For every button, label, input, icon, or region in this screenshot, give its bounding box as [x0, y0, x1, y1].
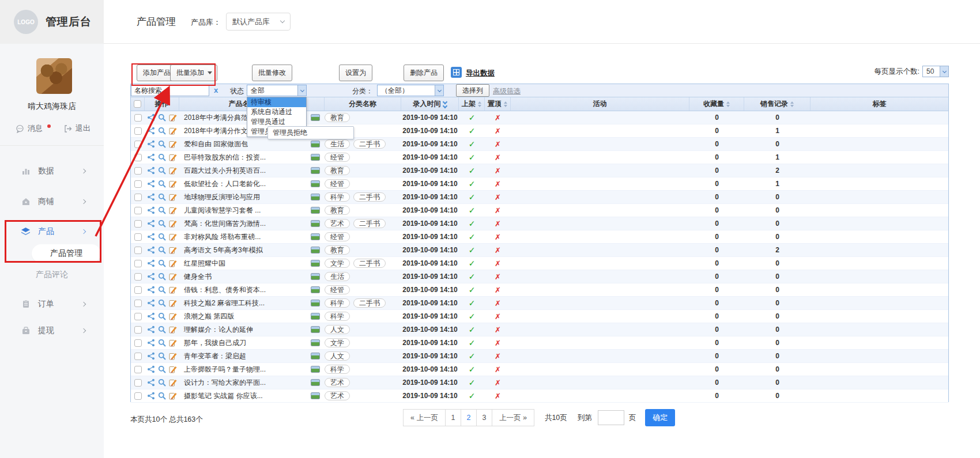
- share-icon[interactable]: [147, 153, 155, 161]
- row-checkbox[interactable]: [131, 194, 145, 201]
- product-thumbnail[interactable]: [306, 207, 325, 214]
- search-icon[interactable]: [158, 365, 166, 373]
- edit-icon[interactable]: [169, 140, 177, 148]
- status-select[interactable]: 全部: [247, 85, 307, 96]
- row-checkbox[interactable]: [131, 260, 145, 267]
- share-icon[interactable]: [147, 339, 155, 347]
- table-row[interactable]: 非对称风险 塔勒布重磅... 经管 2019-10-09 14:10 ✓ ✗ 0…: [131, 230, 948, 244]
- product-thumbnail[interactable]: [306, 220, 325, 227]
- edit-icon[interactable]: [169, 259, 177, 267]
- page-button-3[interactable]: 3: [476, 409, 492, 426]
- row-checkbox[interactable]: [131, 326, 145, 334]
- product-thumbnail[interactable]: [306, 154, 325, 161]
- table-row[interactable]: 摄影笔记 实战篇 你应该... 艺术 2019-10-09 14:10 ✓ ✗ …: [131, 389, 948, 403]
- column-header-sales[interactable]: 销售记录: [744, 97, 811, 111]
- product-name[interactable]: 儿童阅读智慧学习套餐 ...: [179, 206, 306, 215]
- row-checkbox[interactable]: [131, 127, 145, 135]
- product-name[interactable]: 那年，我拔自己成刀: [179, 338, 306, 348]
- share-icon[interactable]: [147, 180, 155, 188]
- product-name[interactable]: 借钱：利息、债务和资本...: [179, 285, 306, 295]
- column-header-image[interactable]: [306, 97, 325, 111]
- row-checkbox[interactable]: [131, 167, 145, 175]
- sidebar-subitem-product-reviews[interactable]: 产品评论: [0, 270, 104, 280]
- share-icon[interactable]: [147, 392, 155, 400]
- edit-icon[interactable]: [169, 365, 177, 373]
- messages-link[interactable]: 消息: [16, 123, 51, 134]
- edit-icon[interactable]: [169, 378, 177, 387]
- table-row[interactable]: 地球物理反演理论与应用 科学二手书 2019-10-09 14:10 ✓ ✗ 0…: [131, 191, 948, 204]
- edit-icon[interactable]: [169, 325, 177, 334]
- search-icon[interactable]: [158, 206, 166, 214]
- edit-icon[interactable]: [169, 246, 177, 254]
- row-checkbox[interactable]: [131, 247, 145, 254]
- search-icon[interactable]: [158, 113, 166, 122]
- page-button-1[interactable]: 1: [445, 409, 461, 426]
- sort-icon[interactable]: [504, 101, 507, 107]
- dropdown-option[interactable]: 管理员通过: [247, 117, 306, 127]
- share-icon[interactable]: [147, 246, 155, 254]
- edit-icon[interactable]: [169, 166, 177, 175]
- search-input[interactable]: [131, 85, 209, 96]
- table-row[interactable]: 百题大过关小升初英语百... 教育 2019-10-09 14:10 ✓ ✗ 0…: [131, 164, 948, 177]
- table-row[interactable]: 科技之巅2 麻省理工科技... 科学二手书 2019-10-09 14:10 ✓…: [131, 297, 948, 310]
- goto-page-input[interactable]: [598, 410, 624, 425]
- column-header-tags[interactable]: 标签: [811, 97, 948, 111]
- row-checkbox[interactable]: [131, 379, 145, 387]
- column-header-activity[interactable]: 活动: [511, 97, 689, 111]
- product-thumbnail[interactable]: [306, 353, 325, 359]
- product-thumbnail[interactable]: [306, 392, 325, 399]
- confirm-button[interactable]: 确定: [645, 409, 675, 426]
- prev-page-button[interactable]: « 上一页: [403, 409, 446, 426]
- product-name[interactable]: 科技之巅2 麻省理工科技...: [179, 298, 306, 308]
- product-thumbnail[interactable]: [306, 366, 325, 373]
- edit-icon[interactable]: [169, 286, 177, 294]
- sidebar-item-product[interactable]: 产品: [0, 224, 104, 240]
- search-icon[interactable]: [158, 153, 166, 161]
- search-icon[interactable]: [158, 219, 166, 228]
- product-name[interactable]: 梵高：化世间痛苦为激情...: [179, 219, 306, 229]
- table-row[interactable]: 爱和自由 回家做面包 生活二手书 2019-10-09 14:10 ✓ ✗ 0 …: [131, 138, 948, 151]
- column-header-pinned[interactable]: 置顶: [485, 97, 511, 111]
- select-all-checkbox[interactable]: [131, 97, 145, 111]
- product-thumbnail[interactable]: [306, 326, 325, 333]
- sidebar-item-data[interactable]: 数据: [0, 163, 104, 179]
- product-thumbnail[interactable]: [306, 313, 325, 320]
- table-row[interactable]: 青年变革者：梁启超 人文 2019-10-09 14:10 ✓ ✗ 0 0: [131, 350, 948, 363]
- share-icon[interactable]: [147, 352, 155, 360]
- edit-icon[interactable]: [169, 312, 177, 320]
- table-row[interactable]: 那年，我拔自己成刀 文学 2019-10-09 14:10 ✓ ✗ 0 0: [131, 336, 948, 350]
- category-select[interactable]: （全部）: [377, 85, 444, 96]
- batch-edit-button[interactable]: 批量修改: [252, 65, 292, 81]
- product-thumbnail[interactable]: [306, 167, 325, 174]
- column-header-favorites[interactable]: 收藏量: [689, 97, 744, 111]
- row-checkbox[interactable]: [131, 339, 145, 347]
- edit-icon[interactable]: [169, 113, 177, 122]
- edit-icon[interactable]: [169, 206, 177, 214]
- product-thumbnail[interactable]: [306, 260, 325, 267]
- next-page-button[interactable]: 上一页 »: [492, 409, 534, 426]
- product-name[interactable]: 地球物理反演理论与应用: [179, 192, 306, 202]
- column-header-time[interactable]: 录入时间: [401, 97, 459, 111]
- row-checkbox[interactable]: [131, 154, 145, 161]
- share-icon[interactable]: [147, 259, 155, 267]
- table-row[interactable]: 理解媒介：论人的延伸 人文 2019-10-09 14:10 ✓ ✗ 0 0: [131, 323, 948, 336]
- table-row[interactable]: 红星照耀中国 文学二手书 2019-10-09 14:10 ✓ ✗ 0 0: [131, 257, 948, 270]
- product-name[interactable]: 健身全书: [179, 272, 306, 282]
- share-icon[interactable]: [147, 312, 155, 320]
- product-name[interactable]: 理解媒介：论人的延伸: [179, 325, 306, 335]
- sidebar-item-withdraw[interactable]: 提现: [0, 323, 104, 339]
- table-row[interactable]: 浪潮之巅 第四版 科学 2019-10-09 14:10 ✓ ✗ 0 0: [131, 310, 948, 323]
- share-icon[interactable]: [147, 299, 155, 307]
- row-checkbox[interactable]: [131, 300, 145, 307]
- share-icon[interactable]: [147, 140, 155, 148]
- table-row[interactable]: 健身全书 生活 2019-10-09 14:10 ✓ ✗ 0 0: [131, 270, 948, 283]
- product-thumbnail[interactable]: [306, 300, 325, 306]
- edit-icon[interactable]: [169, 153, 177, 161]
- edit-icon[interactable]: [169, 272, 177, 281]
- table-row[interactable]: 儿童阅读智慧学习套餐 ... 教育 2019-10-09 14:10 ✓ ✗ 0…: [131, 204, 948, 217]
- search-icon[interactable]: [158, 180, 166, 188]
- edit-icon[interactable]: [169, 352, 177, 360]
- select-columns-button[interactable]: 选择列: [456, 84, 489, 97]
- row-checkbox[interactable]: [131, 114, 145, 122]
- product-thumbnail[interactable]: [306, 194, 325, 200]
